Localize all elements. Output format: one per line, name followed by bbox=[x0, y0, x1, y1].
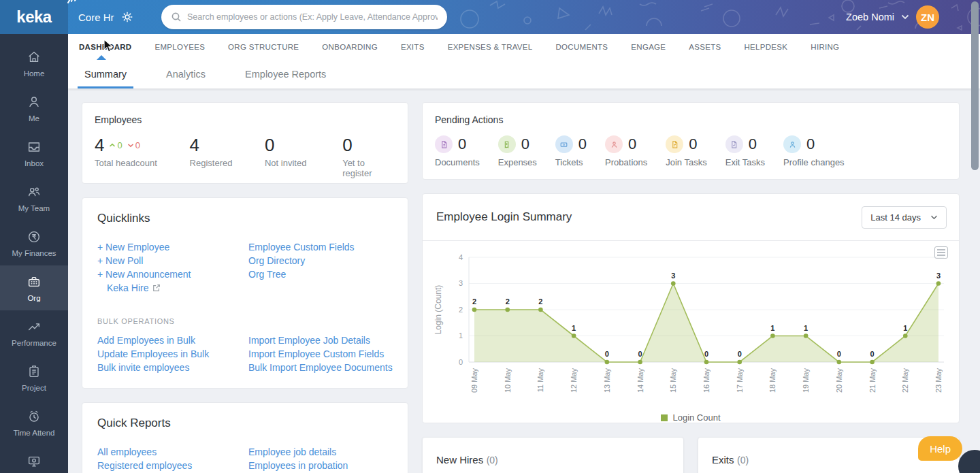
sidebar-item-performance[interactable]: Performance bbox=[0, 310, 68, 355]
svg-text:0: 0 bbox=[870, 350, 875, 358]
link-import-job-details[interactable]: Import Employee Job Details bbox=[248, 333, 393, 347]
link-bulk-invite-employees[interactable]: Bulk invite employees bbox=[97, 361, 248, 374]
nav-employees[interactable]: EMPLOYEES bbox=[154, 43, 205, 51]
document-icon bbox=[435, 135, 453, 153]
nav-engage[interactable]: ENGAGE bbox=[631, 43, 666, 51]
chart-legend[interactable]: Login Count bbox=[434, 412, 948, 423]
gear-icon[interactable] bbox=[120, 10, 135, 25]
svg-text:1: 1 bbox=[459, 331, 463, 340]
svg-text:18 May: 18 May bbox=[768, 368, 777, 393]
pending-probations[interactable]: 0 Probations bbox=[605, 135, 647, 167]
pending-exit-tasks[interactable]: 0 Exit Tasks bbox=[725, 135, 765, 167]
link-employee-job-details[interactable]: Employee job details bbox=[248, 445, 348, 459]
nav-helpdesk[interactable]: HELPDESK bbox=[745, 43, 788, 51]
quicklinks-card: Quicklinks + New Employee + New Poll + N… bbox=[82, 197, 408, 389]
sidebar-item-project[interactable]: Project bbox=[0, 355, 68, 400]
link-add-employees-bulk[interactable]: Add Employees in Bulk bbox=[97, 333, 248, 347]
nav-hiring[interactable]: HIRING bbox=[811, 43, 839, 51]
ticket-icon bbox=[555, 135, 573, 153]
nav-expenses-travel[interactable]: EXPENSES & TRAVEL bbox=[448, 43, 533, 51]
stat-registered: 4 Registered bbox=[190, 135, 265, 178]
pending-join-tasks[interactable]: 0 Join Tasks bbox=[666, 135, 706, 167]
svg-text:20 May: 20 May bbox=[835, 368, 843, 393]
nav-documents[interactable]: DOCUMENTS bbox=[556, 43, 608, 51]
svg-text:0: 0 bbox=[837, 350, 841, 358]
link-new-announcement[interactable]: + New Announcement bbox=[97, 267, 248, 281]
svg-text:17 May: 17 May bbox=[736, 368, 744, 393]
profile-menu[interactable]: Zoeb Nomi ZN bbox=[846, 0, 939, 34]
keka-logo[interactable]: keka bbox=[0, 0, 68, 34]
nav-dashboard[interactable]: DASHBOARD bbox=[79, 43, 131, 51]
sidebar-item-home[interactable]: Home bbox=[0, 41, 68, 86]
link-employees-in-probation[interactable]: Employees in probation bbox=[248, 459, 348, 472]
help-button[interactable]: Help bbox=[918, 436, 962, 461]
svg-text:12 May: 12 May bbox=[570, 368, 578, 393]
link-bulk-import-documents[interactable]: Bulk Import Employee Documents bbox=[248, 361, 393, 374]
sidebar-item-me[interactable]: Me bbox=[0, 86, 68, 131]
new-hires-count: (0) bbox=[487, 455, 498, 466]
pending-documents[interactable]: 0 Documents bbox=[435, 135, 480, 167]
nav-exits[interactable]: EXITS bbox=[401, 43, 425, 51]
employees-card-title: Employees bbox=[95, 114, 395, 125]
nav-assets[interactable]: ASSETS bbox=[689, 43, 721, 51]
avatar[interactable]: ZN bbox=[916, 5, 939, 29]
link-update-employees-bulk[interactable]: Update Employees in Bulk bbox=[97, 347, 248, 361]
stat-not-invited: 0 Not invited bbox=[265, 135, 342, 178]
svg-text:2: 2 bbox=[506, 297, 510, 306]
sidebar-item-time-attend[interactable]: Time Attend bbox=[0, 400, 68, 445]
nav-onboarding[interactable]: ONBOARDING bbox=[322, 43, 378, 51]
pending-tickets[interactable]: 0 Tickets bbox=[555, 135, 587, 167]
link-new-poll[interactable]: + New Poll bbox=[97, 254, 248, 267]
link-registered-employees[interactable]: Registered employees bbox=[97, 459, 248, 472]
module-nav: DASHBOARD EMPLOYEES ORG STRUCTURE ONBOAR… bbox=[68, 34, 980, 60]
chart-context-menu-icon[interactable] bbox=[934, 246, 948, 259]
scrollbar-thumb[interactable] bbox=[971, 1, 979, 170]
pending-expenses[interactable]: 0 Expenses bbox=[498, 135, 537, 167]
sidebar-item-more[interactable] bbox=[0, 445, 68, 473]
date-range-select[interactable]: Last 14 days bbox=[862, 206, 947, 229]
header-doodle-pattern bbox=[0, 0, 980, 34]
link-employee-custom-fields[interactable]: Employee Custom Fields bbox=[248, 240, 355, 254]
svg-text:13 May: 13 May bbox=[603, 368, 611, 393]
left-column: Employees 4 0 0 bbox=[82, 102, 408, 473]
tab-summary[interactable]: Summary bbox=[82, 60, 129, 88]
product-name[interactable]: Core Hr bbox=[78, 0, 114, 34]
search-icon bbox=[171, 12, 182, 22]
sidebar-item-my-team[interactable]: My Team bbox=[0, 176, 68, 221]
user-icon bbox=[27, 95, 42, 110]
login-summary-card: Employee Login Summary Last 14 days 0123… bbox=[422, 193, 960, 423]
login-summary-title: Employee Login Summary bbox=[436, 210, 572, 224]
svg-text:3: 3 bbox=[459, 279, 463, 287]
svg-text:2: 2 bbox=[459, 306, 463, 314]
right-column: Pending Actions 0 Documents 0 bbox=[422, 102, 960, 473]
logo-spark-icon bbox=[67, 0, 78, 4]
svg-text:22 May: 22 May bbox=[901, 368, 909, 393]
search-input[interactable] bbox=[187, 12, 438, 22]
link-org-tree[interactable]: Org Tree bbox=[248, 267, 355, 281]
tab-employee-reports[interactable]: Employee Reports bbox=[242, 60, 329, 88]
alarm-clock-icon bbox=[27, 409, 42, 424]
link-all-employees[interactable]: All employees bbox=[97, 445, 248, 459]
sidebar: Home Me Inbox My Team My Finances Org Pe… bbox=[0, 34, 68, 473]
pending-profile-changes[interactable]: 0 Profile changes bbox=[783, 135, 845, 167]
quick-reports-card: Quick Reports All employees Registered e… bbox=[82, 402, 408, 473]
sidebar-item-my-finances[interactable]: My Finances bbox=[0, 221, 68, 265]
dashboard-subtabs: Summary Analytics Employee Reports bbox=[68, 60, 980, 88]
svg-text:0: 0 bbox=[638, 350, 642, 358]
link-import-custom-fields[interactable]: Import Employee Custom Fields bbox=[248, 347, 393, 361]
link-keka-hire[interactable]: Keka Hire bbox=[97, 281, 248, 295]
sidebar-item-org[interactable]: Org bbox=[0, 265, 68, 310]
svg-text:2: 2 bbox=[538, 297, 542, 306]
profile-person-icon bbox=[783, 135, 801, 153]
chevron-down-icon bbox=[930, 215, 938, 220]
link-org-directory[interactable]: Org Directory bbox=[248, 254, 355, 267]
sidebar-item-inbox[interactable]: Inbox bbox=[0, 131, 68, 176]
rupee-icon bbox=[27, 229, 42, 244]
pending-actions-card: Pending Actions 0 Documents 0 bbox=[422, 102, 960, 180]
new-hires-title: New Hires bbox=[436, 454, 483, 466]
employees-card: Employees 4 0 0 bbox=[82, 102, 408, 184]
nav-org-structure[interactable]: ORG STRUCTURE bbox=[228, 43, 299, 51]
tab-analytics[interactable]: Analytics bbox=[163, 60, 208, 88]
link-new-employee[interactable]: + New Employee bbox=[97, 240, 248, 254]
bulk-operations-label: BULK OPERATIONS bbox=[97, 317, 393, 325]
